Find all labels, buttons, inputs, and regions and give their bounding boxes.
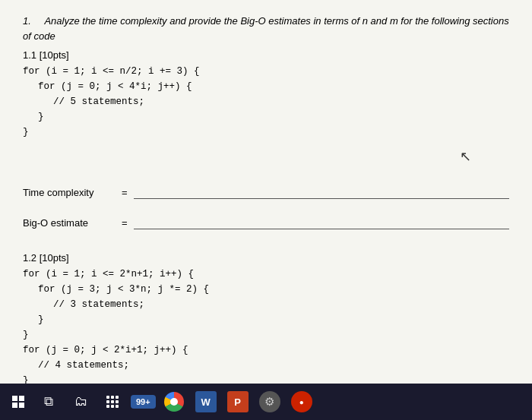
file-explorer-button[interactable]: 🗂 — [67, 388, 94, 415]
equals-2: = — [122, 217, 128, 229]
big-o-row: Big-O estimate = — [23, 216, 509, 229]
question-header: 1. Analyze the time complexity and provi… — [23, 14, 509, 43]
question-text: Analyze the time complexity and provide … — [23, 15, 509, 42]
apps-button[interactable] — [99, 388, 126, 415]
code-1-2-line-3: // 3 statements; — [23, 297, 509, 312]
code-1-2-line-8: } — [23, 373, 509, 384]
folder-icon: 🗂 — [74, 394, 87, 409]
code-1-2-line-1: for (i = 1; i <= 2*n+1; i++) { — [23, 267, 509, 282]
code-1-2-line-5: } — [23, 327, 509, 343]
code-line-4: } — [23, 109, 509, 125]
settings-button[interactable]: ⚙ — [256, 388, 283, 415]
time-complexity-label: Time complexity — [23, 187, 122, 198]
code-line-2: for (j = 0; j < 4*i; j++) { — [23, 79, 509, 94]
chrome-button[interactable] — [160, 388, 188, 415]
big-o-line[interactable] — [134, 216, 509, 229]
code-1-2-line-4: } — [23, 312, 509, 327]
code-line-1: for (i = 1; i <= n/2; i += 3) { — [23, 64, 509, 79]
chrome-icon — [164, 392, 184, 412]
task-view-button[interactable]: ⧉ — [35, 388, 62, 415]
code-1-2-line-7: // 4 statements; — [23, 358, 509, 373]
windows-icon — [12, 396, 24, 408]
section-1-2-label: 1.2 [10pts] — [23, 252, 509, 264]
code-block-1-2: for (i = 1; i <= 2*n+1; i++) { for (j = … — [23, 267, 509, 384]
red-button[interactable]: ● — [288, 388, 315, 415]
code-line-5: } — [23, 125, 509, 140]
cursor-arrow: ↖ — [460, 148, 471, 165]
gear-icon: ⚙ — [259, 391, 280, 412]
code-1-2-line-6: for (j = 0; j < 2*i+1; j++) { — [23, 343, 509, 358]
section-1-1-label: 1.1 [10pts] — [23, 49, 509, 61]
big-o-label: Big-O estimate — [23, 217, 122, 229]
time-complexity-line[interactable] — [134, 185, 509, 199]
powerpoint-icon: P — [227, 391, 249, 412]
taskbar: ⧉ 🗂 99+ W P ⚙ ● — [0, 384, 532, 420]
notification-badge[interactable]: 99+ — [131, 395, 156, 409]
apps-grid-icon — [106, 396, 119, 408]
red-circle-icon: ● — [291, 391, 312, 412]
powerpoint-button[interactable]: P — [224, 388, 252, 415]
windows-button[interactable] — [6, 390, 30, 414]
page-content: 1. Analyze the time complexity and provi… — [0, 0, 532, 384]
section-1-2: 1.2 [10pts] for (i = 1; i <= 2*n+1; i++)… — [23, 252, 509, 384]
time-complexity-row: Time complexity = — [23, 185, 509, 199]
question-number: 1. — [23, 15, 31, 27]
task-view-icon: ⧉ — [44, 394, 53, 409]
code-1-2-line-2: for (j = 3; j < 3*n; j *= 2) { — [23, 282, 509, 297]
answer-section-1-1: Time complexity = Big-O estimate = — [23, 185, 509, 229]
word-button[interactable]: W — [192, 388, 220, 415]
equals-1: = — [122, 187, 128, 198]
word-icon: W — [195, 391, 217, 412]
code-block-1-1: for (i = 1; i <= n/2; i += 3) { for (j =… — [23, 64, 509, 140]
code-line-3: // 5 statements; — [23, 94, 509, 109]
